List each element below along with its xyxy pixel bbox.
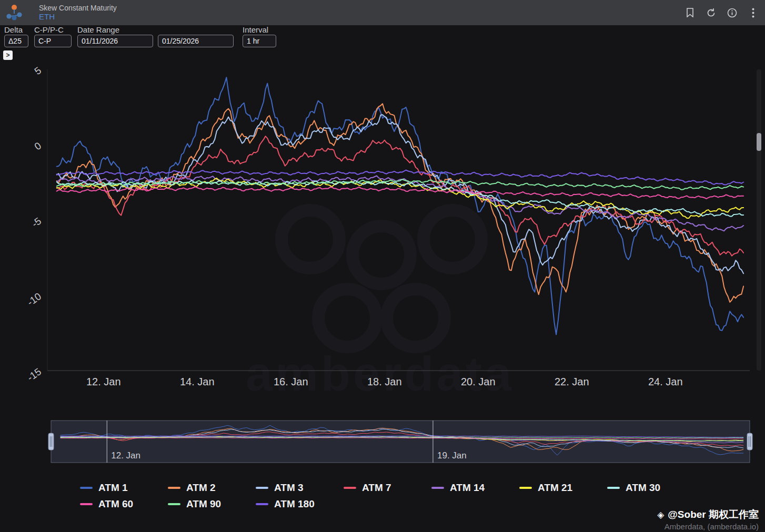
x-axis-tick-label: 24. Jan — [648, 376, 683, 387]
y-axis-scrollbar-thumb[interactable] — [757, 133, 761, 151]
legend-label: ATM 1 — [98, 482, 128, 494]
legend-label: ATM 60 — [98, 498, 133, 510]
navigator-handle-left[interactable] — [48, 433, 54, 450]
page-title: Skew Constant Maturity — [39, 4, 117, 12]
legend-item-atm-2[interactable]: ATM 2 — [168, 482, 256, 494]
legend-label: ATM 7 — [362, 482, 391, 494]
legend-label: ATM 90 — [186, 498, 221, 510]
legend-swatch — [431, 487, 444, 489]
cp-label: C-P/P-C — [34, 25, 72, 35]
legend-label: ATM 30 — [626, 482, 660, 494]
topbar-actions — [684, 7, 759, 18]
legend-item-atm-60[interactable]: ATM 60 — [80, 498, 168, 510]
controls-bar: Delta C-P/P-C Date Range Interval — [4, 25, 276, 47]
legend-label: ATM 14 — [450, 482, 485, 494]
legend-swatch — [607, 487, 620, 489]
legend-item-atm-180[interactable]: ATM 180 — [256, 498, 344, 510]
refresh-icon[interactable] — [705, 7, 717, 18]
svg-text:amberdata: amberdata — [246, 347, 514, 401]
legend-swatch — [344, 487, 356, 489]
kebab-menu-icon[interactable] — [747, 7, 759, 18]
legend-item-atm-7[interactable]: ATM 7 — [344, 482, 431, 494]
x-axis-tick-label: 16. Jan — [274, 376, 308, 387]
delta-label: Delta — [4, 25, 28, 35]
legend-item-atm-90[interactable]: ATM 90 — [168, 498, 256, 510]
legend-item-atm-3[interactable]: ATM 3 — [256, 482, 344, 494]
legend-swatch — [256, 503, 268, 505]
legend-swatch — [80, 503, 93, 505]
navigator-tick-label: 12. Jan — [111, 451, 140, 461]
y-axis-tick-label: -15 — [25, 366, 44, 383]
cp-select[interactable] — [34, 35, 72, 47]
sober-logo-icon: ◈ — [657, 509, 664, 520]
amberdata-logo-icon — [2, 1, 26, 25]
delta-select[interactable] — [4, 35, 28, 47]
y-axis-scrollbar-track — [757, 69, 761, 371]
legend-swatch — [519, 487, 532, 489]
x-axis-tick-label: 20. Jan — [461, 376, 496, 387]
x-axis-tick-label: 14. Jan — [180, 376, 215, 387]
x-axis-tick-label: 22. Jan — [555, 376, 589, 387]
interval-control: Interval — [243, 25, 276, 47]
main-chart[interactable]: amberdata50-5-10-1512. Jan14. Jan16. Jan… — [0, 50, 765, 405]
date-to-input[interactable] — [158, 35, 234, 47]
legend-label: ATM 3 — [274, 482, 304, 494]
legend-swatch — [168, 503, 180, 505]
legend-item-atm-30[interactable]: ATM 30 — [607, 482, 695, 494]
legend-swatch — [256, 487, 268, 489]
date-range-control: Date Range — [77, 25, 234, 47]
navigator-handle-right[interactable] — [747, 433, 752, 450]
top-bar: Skew Constant Maturity ETH — [0, 0, 765, 25]
interval-select[interactable] — [243, 35, 276, 47]
legend-row: ATM 1ATM 2ATM 3ATM 7ATM 14ATM 21ATM 30 — [80, 479, 695, 496]
legend-swatch — [80, 487, 93, 489]
bookmark-icon[interactable] — [684, 7, 696, 18]
cp-control: C-P/P-C — [34, 25, 72, 47]
x-axis-tick-label: 18. Jan — [367, 376, 402, 387]
navigator-chart[interactable]: 12. Jan19. Jan — [0, 420, 765, 465]
credit-text: @Sober 期权工作室 — [668, 508, 759, 521]
legend-swatch — [168, 487, 180, 489]
y-axis-tick-label: -5 — [29, 216, 43, 230]
info-icon[interactable] — [726, 7, 738, 18]
legend-item-atm-14[interactable]: ATM 14 — [431, 482, 519, 494]
y-axis-tick-label: 5 — [33, 65, 44, 77]
x-axis-tick-label: 12. Jan — [86, 376, 121, 387]
amberdata-watermark: amberdata — [246, 210, 514, 401]
legend: ATM 1ATM 2ATM 3ATM 7ATM 14ATM 21ATM 30AT… — [80, 479, 695, 512]
legend-label: ATM 21 — [538, 482, 572, 494]
legend-item-atm-1[interactable]: ATM 1 — [80, 482, 168, 494]
navigator-tick-label: 19. Jan — [437, 451, 467, 461]
interval-label: Interval — [243, 25, 276, 35]
legend-label: ATM 180 — [274, 498, 315, 510]
y-axis-tick-label: 0 — [33, 140, 44, 152]
footer: ◈ @Sober 期权工作室 Amberdata, (amberdata.io) — [657, 508, 759, 531]
delta-control: Delta — [4, 25, 28, 47]
page-titles: Skew Constant Maturity ETH — [39, 4, 117, 21]
date-range-label: Date Range — [77, 25, 234, 35]
credit-line: ◈ @Sober 期权工作室 — [657, 508, 759, 521]
legend-item-atm-21[interactable]: ATM 21 — [519, 482, 607, 494]
legend-row: ATM 60ATM 90ATM 180 — [80, 496, 695, 512]
page-subtitle: ETH — [39, 12, 117, 21]
date-from-input[interactable] — [77, 35, 153, 47]
series-line-atm-60 — [57, 187, 743, 199]
y-axis-tick-label: -10 — [25, 291, 44, 308]
source-text: Amberdata, (amberdata.io) — [657, 522, 759, 531]
legend-label: ATM 2 — [186, 482, 216, 494]
series-line-atm-3 — [57, 115, 743, 273]
